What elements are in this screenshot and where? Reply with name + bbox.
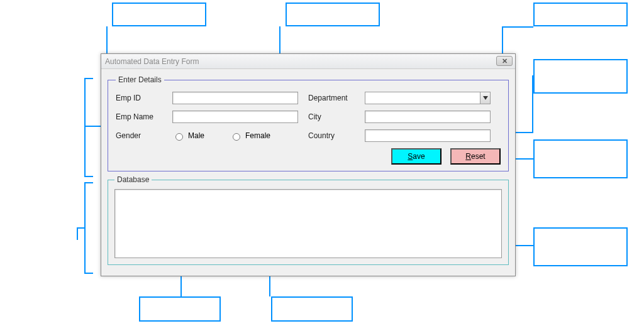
- callout-box: [533, 139, 628, 178]
- radio-female-input[interactable]: [233, 133, 240, 141]
- radio-female[interactable]: Female: [230, 131, 270, 141]
- frame-database: Database: [108, 175, 509, 265]
- frame-brace: [84, 182, 93, 274]
- radio-male[interactable]: Male: [172, 131, 204, 141]
- save-button[interactable]: SSaveave: [391, 148, 441, 165]
- callout-line: [77, 227, 78, 240]
- radio-male-input[interactable]: [175, 133, 183, 141]
- callout-box: [533, 59, 628, 94]
- emp-id-input[interactable]: [172, 92, 298, 104]
- callout-line: [502, 26, 533, 28]
- close-button[interactable]: ✕: [496, 56, 513, 66]
- callout-box: [533, 227, 628, 266]
- callout-line: [532, 75, 533, 133]
- callout-box: [286, 3, 380, 26]
- callout-box: [533, 3, 628, 26]
- chevron-down-icon[interactable]: [480, 92, 490, 104]
- callout-box: [139, 296, 221, 322]
- emp-name-input[interactable]: [172, 111, 298, 123]
- radio-female-label: Female: [245, 131, 270, 140]
- label-country: Country: [308, 131, 365, 140]
- label-emp-name: Emp Name: [116, 112, 172, 121]
- country-input[interactable]: [365, 129, 491, 142]
- radio-male-label: Male: [188, 131, 204, 140]
- reset-button[interactable]: RReseteset: [450, 148, 501, 165]
- city-input[interactable]: [365, 111, 491, 123]
- userform-window: Automated Data Entry Form ✕ Enter Detail…: [101, 53, 516, 276]
- department-input[interactable]: [365, 92, 491, 104]
- label-department: Department: [308, 94, 365, 102]
- label-emp-id: Emp ID: [116, 94, 172, 102]
- database-listbox[interactable]: [114, 189, 502, 258]
- window-title: Automated Data Entry Form: [105, 57, 199, 66]
- frame-enter-details: Enter Details Emp ID Department: [108, 75, 509, 171]
- frame-legend: Enter Details: [116, 75, 164, 84]
- titlebar: Automated Data Entry Form ✕: [101, 54, 515, 69]
- department-combobox[interactable]: [365, 92, 491, 104]
- label-gender: Gender: [116, 131, 172, 140]
- callout-box: [271, 296, 353, 322]
- label-city: City: [308, 112, 365, 121]
- frame-legend: Database: [114, 175, 152, 184]
- callout-box: [112, 3, 206, 26]
- frame-brace: [84, 78, 93, 177]
- callout-line: [77, 227, 86, 229]
- close-icon: ✕: [502, 57, 508, 65]
